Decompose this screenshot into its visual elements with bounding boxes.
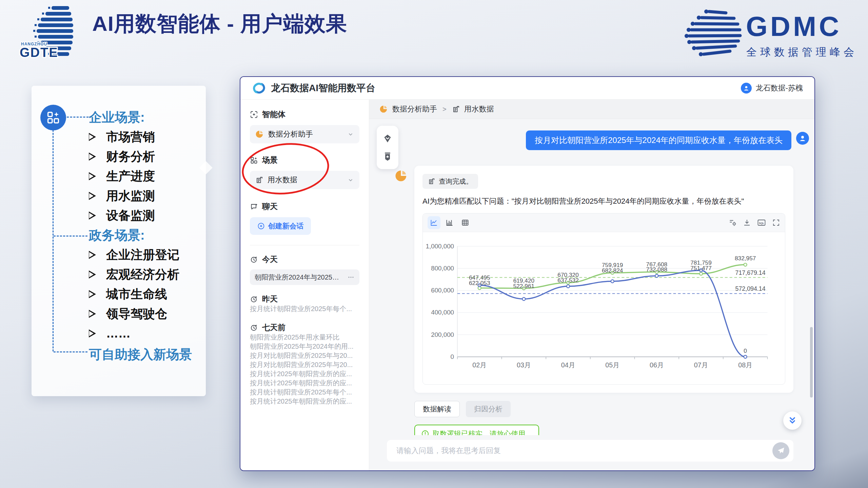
svg-text:800,000: 800,000	[431, 265, 454, 272]
svg-text:1,000,000: 1,000,000	[426, 243, 454, 250]
chart-card: SQL 0200,000400,000600,000800,0001,000,0…	[422, 213, 785, 385]
history-item[interactable]: 按月统计朝阳营业所2025年每个...	[250, 388, 359, 397]
history-item[interactable]: 按月对比朝阳营业所2025年与20...	[250, 351, 359, 360]
scene-grid-icon	[250, 156, 258, 164]
user-message-bubble: 按月对比朝阳营业所2025年与2024年的同期应收水量，年份放在表头	[526, 130, 791, 150]
svg-text:02月: 02月	[472, 361, 487, 369]
sql-icon[interactable]: SQL	[757, 219, 766, 227]
more-icon[interactable]	[347, 273, 355, 281]
gdte-globe-icon: HANGZHOU GDTE	[18, 2, 82, 66]
data-interpretation-button[interactable]: 数据解读	[414, 401, 460, 417]
arrow-bullet-icon	[89, 192, 96, 200]
chat-history: 今天朝阳营业所2024年与2025年...昨天按月统计朝阳营业所2025年每个.…	[250, 254, 359, 406]
page-title: AI用数智能体 - 用户端效果	[92, 9, 347, 38]
pie-chart-icon	[379, 105, 388, 114]
user-message-row: 按月对比朝阳营业所2025年与2024年的同期应收水量，年份放在表头	[369, 119, 814, 150]
history-item[interactable]: 按月对比朝阳营业所2025年与20...	[250, 360, 359, 369]
scenario-item: 生产进度	[89, 166, 204, 186]
chart-settings-icon[interactable]	[729, 219, 737, 227]
breadcrumb-scene[interactable]: 用水数据	[464, 104, 494, 114]
arrow-bullet-icon	[89, 211, 96, 220]
svg-text:05月: 05月	[605, 361, 619, 369]
svg-text:200,000: 200,000	[431, 331, 454, 338]
arrow-bullet-icon	[89, 270, 96, 279]
scenario-list: 企业场景:市场营销财务分析生产进度用水监测设备监测政务场景:企业注册登记宏观经济…	[89, 107, 204, 366]
breadcrumb-separator: >	[442, 105, 447, 113]
scenario-item: 领导驾驶仓	[89, 304, 204, 324]
history-item[interactable]: 朝阳营业所2024年与2025年...	[250, 269, 359, 285]
svg-text:637,532: 637,532	[557, 277, 579, 284]
user-menu[interactable]: 龙石数据-苏槐	[741, 83, 803, 94]
assistant-message-row: 查询完成。 AI为您精准匹配以下问题："按月对比朝阳营业所2025年与2024年…	[369, 150, 814, 393]
building-icon	[255, 176, 263, 184]
scenario-item: 城市生命线	[89, 284, 204, 304]
table-icon	[461, 219, 469, 227]
gdte-logo: HANGZHOU GDTE	[18, 2, 82, 66]
assistant-response-card: 查询完成。 AI为您精准匹配以下问题："按月对比朝阳营业所2025年与2024年…	[414, 166, 793, 393]
building-icon	[452, 105, 460, 113]
svg-text:717,679.14: 717,679.14	[735, 269, 766, 276]
history-item[interactable]: 按月统计2025年朝阳营业所的应...	[250, 369, 359, 379]
quick-tools-pill	[377, 126, 398, 169]
user-avatar-icon	[796, 132, 809, 145]
history-item[interactable]: 朝阳营业所2025年与2024年的用...	[250, 342, 359, 351]
new-chat-button[interactable]: 创建新会话	[250, 217, 311, 235]
svg-text:0: 0	[451, 353, 454, 360]
gem-icon[interactable]	[382, 133, 393, 144]
scenario-callout-panel: 企业场景:市场营销财务分析生产进度用水监测设备监测政务场景:企业注册登记宏观经济…	[32, 86, 206, 396]
scenario-heading: 企业场景:	[89, 107, 204, 127]
history-item[interactable]: 按月统计2025年朝阳营业所的应...	[250, 379, 359, 388]
arrow-bullet-icon	[89, 310, 96, 318]
breadcrumb: 数据分析助手 > 用水数据	[369, 100, 814, 119]
svg-text:SQL: SQL	[759, 222, 764, 225]
plus-circle-icon	[257, 222, 265, 230]
svg-text:572,094.14: 572,094.14	[735, 285, 766, 292]
svg-text:682,824: 682,824	[602, 267, 623, 274]
line-chart-view-button[interactable]	[428, 216, 440, 229]
app-sidebar: 智能体 数据分析助手 场景	[240, 100, 369, 470]
app-header: 龙石数据AI智能用数平台 龙石数据-苏槐	[240, 77, 814, 100]
agent-icon	[250, 110, 258, 119]
window-scrollbar[interactable]	[810, 327, 813, 398]
message-input[interactable]	[396, 446, 772, 455]
svg-text:04月: 04月	[561, 361, 575, 369]
scene-section-label: 场景	[250, 155, 359, 165]
history-item[interactable]: 按月统计朝阳营业所2025年每个...	[250, 304, 359, 313]
ai-intro-text: AI为您精准匹配以下问题："按月对比朝阳营业所2025年与2024年的同期应收水…	[422, 196, 785, 206]
gdmc-globe-icon: GDMC 全球数据管理峰会	[683, 5, 866, 62]
arrow-bullet-icon	[89, 172, 96, 180]
slide: HANGZHOU GDTE AI用数智能体 - 用户端效果 GDMC 全球数据管…	[0, 0, 868, 488]
callout-footer: 可自助接入新场景	[89, 343, 204, 366]
connector-line	[54, 351, 87, 352]
history-item[interactable]: 按月统计2025年朝阳营业所的应...	[250, 397, 359, 406]
bar-chart-view-button[interactable]	[443, 216, 456, 229]
svg-text:03月: 03月	[517, 361, 531, 369]
svg-text:08月: 08月	[738, 361, 752, 369]
svg-text:832,957: 832,957	[735, 255, 756, 262]
fullscreen-icon[interactable]	[772, 219, 780, 227]
agent-selector[interactable]: 数据分析助手	[250, 125, 359, 143]
scenario-badge-icon	[40, 105, 66, 130]
attribution-analysis-button[interactable]: 归因分析	[466, 401, 511, 417]
arrow-bullet-icon	[89, 251, 96, 259]
scenario-item: 用水监测	[89, 186, 204, 206]
scenario-item: ……	[89, 324, 204, 343]
badge-star-icon[interactable]	[382, 151, 393, 162]
breadcrumb-agent[interactable]: 数据分析助手	[392, 104, 437, 114]
grid-sparkle-icon	[46, 110, 60, 125]
svg-text:732,088: 732,088	[646, 266, 668, 273]
scenario-item: 企业注册登记	[89, 245, 204, 265]
scroll-to-bottom-button[interactable]	[783, 411, 802, 430]
send-button[interactable]	[772, 442, 789, 459]
arrow-bullet-icon	[89, 133, 96, 141]
table-view-button[interactable]	[459, 216, 472, 229]
clock-icon	[250, 295, 258, 303]
history-item[interactable]: 朝阳营业所2025年用水量环比	[250, 333, 359, 342]
scene-selector[interactable]: 用水数据	[250, 171, 359, 189]
followup-actions: 数据解读 归因分析	[369, 393, 814, 417]
gdmc-logo: GDMC 全球数据管理峰会	[683, 5, 866, 62]
download-icon[interactable]	[743, 219, 751, 227]
svg-text:07月: 07月	[694, 361, 708, 369]
svg-text:600,000: 600,000	[431, 287, 454, 294]
connector-line	[54, 236, 87, 237]
